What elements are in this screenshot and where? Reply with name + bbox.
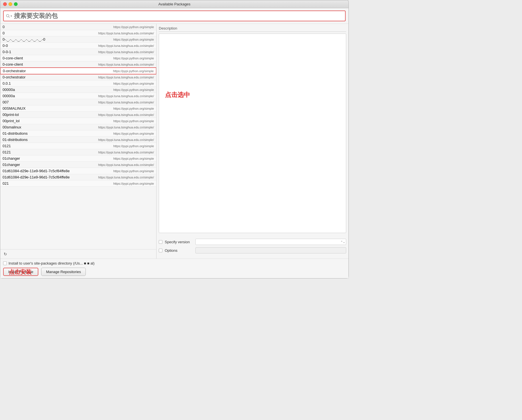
install-to-user-checkbox[interactable] [3, 261, 7, 265]
package-url: https://pypi.tuna.tsinghua.edu.cn/simple… [98, 44, 154, 47]
package-url: https://pypi.python.org/simple [113, 57, 154, 60]
package-name: 0 [3, 31, 5, 35]
specify-version-label: Specify version [165, 240, 193, 244]
version-select-wrapper: ⌃⌄ [195, 239, 346, 245]
package-url: https://pypi.python.org/simple [113, 119, 154, 123]
specify-version-row: Specify version ⌃⌄ [159, 238, 346, 246]
options-input[interactable] [195, 247, 346, 253]
specify-version-checkbox[interactable] [159, 240, 162, 244]
package-row[interactable]: 00SMALINUXhttps://pypi.python.org/simple [0, 105, 156, 112]
package-url: https://pypi.tuna.tsinghua.edu.cn/simple… [98, 32, 154, 35]
package-name: 01-distributions [3, 138, 28, 142]
package-url: https://pypi.python.org/simple [113, 69, 154, 73]
package-url: https://pypi.tuna.tsinghua.edu.cn/simple… [98, 176, 154, 179]
refresh-row: ↻ [0, 249, 156, 259]
package-name: 0 [3, 25, 5, 29]
options-row: Options [159, 246, 346, 255]
package-row[interactable]: 0121https://pypi.tuna.tsinghua.edu.cn/si… [0, 149, 156, 155]
package-url: https://pypi.tuna.tsinghua.edu.cn/simple… [98, 151, 154, 154]
packages-scroll[interactable]: 0https://pypi.python.org/simple0https://… [0, 24, 156, 249]
package-name: 0-0 [3, 43, 8, 48]
package-row[interactable]: 00print_lolhttps://pypi.python.org/simpl… [0, 118, 156, 124]
package-url: https://pypi.python.org/simple [113, 144, 154, 148]
package-url: https://pypi.tuna.tsinghua.edu.cn/simple… [98, 101, 154, 104]
search-input[interactable] [14, 12, 343, 20]
package-row[interactable]: 0https://pypi.tuna.tsinghua.edu.cn/simpl… [0, 30, 156, 36]
package-name: 021 [3, 181, 9, 186]
package-url: https://pypi.tuna.tsinghua.edu.cn/simple… [98, 76, 154, 79]
package-name: 007 [3, 100, 9, 104]
package-url: https://pypi.tuna.tsinghua.edu.cn/simple… [98, 50, 154, 54]
package-name: 00000a [3, 88, 15, 92]
package-row[interactable]: 00print-lolhttps://pypi.tuna.tsinghua.ed… [0, 112, 156, 118]
package-name: 0-orchestrator [3, 69, 26, 73]
package-row[interactable]: 0https://pypi.python.org/simple [0, 24, 156, 30]
package-row[interactable]: 0-._.-._.-._.-._.-._.-._.-._.-0https://p… [0, 36, 156, 43]
svg-line-1 [9, 17, 10, 18]
version-select[interactable] [195, 239, 346, 245]
search-input-wrapper: ▾ [3, 11, 346, 21]
package-name: 0121 [3, 150, 11, 154]
install-to-user-row: Install to user's site-packages director… [3, 261, 346, 265]
package-row[interactable]: 0-orchestratorhttps://pypi.python.org/si… [0, 68, 156, 74]
package-row[interactable]: 01changerhttps://pypi.tuna.tsinghua.edu.… [0, 162, 156, 168]
package-url: https://pypi.python.org/simple [113, 169, 154, 173]
package-row[interactable]: 01-distributionshttps://pypi.python.org/… [0, 130, 156, 137]
package-name: 00SMALINUX [3, 106, 26, 111]
search-icon: ▾ [6, 14, 12, 18]
packages-list: 0https://pypi.python.org/simple0https://… [0, 24, 156, 259]
package-name: 01d61084-d29e-11e9-96d1-7c5cf84ffe8e [3, 169, 70, 173]
package-url: https://pypi.python.org/simple [113, 132, 154, 135]
bottom-bar: Install to user's site-packages director… [0, 259, 348, 278]
package-url: https://pypi.tuna.tsinghua.edu.cn/simple… [98, 138, 154, 142]
package-row[interactable]: 00smalinuxhttps://pypi.tuna.tsinghua.edu… [0, 124, 156, 130]
buttons-row: Install Package Manage Repositories [3, 268, 346, 276]
options-label: Options [165, 248, 193, 253]
options-checkbox[interactable] [159, 249, 162, 252]
package-url: https://pypi.tuna.tsinghua.edu.cn/simple… [98, 163, 154, 167]
package-row[interactable]: 0-0https://pypi.tuna.tsinghua.edu.cn/sim… [0, 43, 156, 49]
package-row[interactable]: 007https://pypi.tuna.tsinghua.edu.cn/sim… [0, 99, 156, 105]
close-button[interactable] [3, 2, 7, 6]
package-row[interactable]: 0-orchestratorhttps://pypi.tuna.tsinghua… [0, 74, 156, 80]
refresh-icon[interactable]: ↻ [3, 251, 8, 257]
search-bar: ▾ [0, 8, 348, 24]
package-name: 0-orchestrator [3, 75, 26, 79]
package-url: https://pypi.tuna.tsinghua.edu.cn/simple… [98, 113, 154, 117]
package-name: 0-._.-._.-._.-._.-._.-._.-._.-0 [3, 37, 45, 41]
package-row[interactable]: 0.0.1https://pypi.python.org/simple [0, 80, 156, 87]
package-row[interactable]: 00000ahttps://pypi.tuna.tsinghua.edu.cn/… [0, 93, 156, 99]
package-url: https://pypi.python.org/simple [113, 182, 154, 185]
install-to-user-label: Install to user's site-packages director… [9, 261, 95, 265]
description-panel: Description Specify version ⌃⌄ [156, 24, 348, 259]
package-row[interactable]: 021https://pypi.python.org/simple [0, 180, 156, 187]
package-name: 00print_lol [3, 119, 20, 123]
package-row[interactable]: 01-distributionshttps://pypi.tuna.tsingh… [0, 137, 156, 143]
package-row[interactable]: 01d61084-d29e-11e9-96d1-7c5cf84ffe8ehttp… [0, 174, 156, 180]
package-name: 00000a [3, 94, 15, 98]
svg-point-0 [7, 14, 9, 17]
title-bar: Available Packages [0, 0, 348, 8]
minimize-button[interactable] [9, 2, 12, 6]
manage-repositories-button[interactable]: Manage Repositories [41, 268, 86, 276]
package-url: https://pypi.python.org/simple [113, 38, 154, 41]
package-url: https://pypi.python.org/simple [113, 25, 154, 29]
install-package-button[interactable]: Install Package [3, 268, 38, 276]
package-row[interactable]: 0-0-1https://pypi.tuna.tsinghua.edu.cn/s… [0, 49, 156, 55]
package-name: 01changer [3, 163, 20, 167]
package-name: 0121 [3, 144, 11, 148]
description-label: Description [159, 26, 346, 32]
package-row[interactable]: 0-core-clienthttps://pypi.tuna.tsinghua.… [0, 61, 156, 68]
package-row[interactable]: 01changerhttps://pypi.python.org/simple [0, 155, 156, 162]
package-row[interactable]: 0121https://pypi.python.org/simple [0, 143, 156, 149]
options-area: Specify version ⌃⌄ Options [159, 236, 346, 256]
package-row[interactable]: 00000ahttps://pypi.python.org/simple [0, 87, 156, 93]
traffic-lights [3, 2, 18, 6]
package-name: 0-core-client [3, 56, 23, 60]
package-name: 01changer [3, 156, 20, 161]
package-name: 01-distributions [3, 131, 28, 136]
package-row[interactable]: 01d61084-d29e-11e9-96d1-7c5cf84ffe8ehttp… [0, 168, 156, 174]
package-row[interactable]: 0-core-clienthttps://pypi.python.org/sim… [0, 55, 156, 61]
maximize-button[interactable] [14, 2, 18, 6]
package-name: 01d61084-d29e-11e9-96d1-7c5cf84ffe8e [3, 175, 70, 179]
